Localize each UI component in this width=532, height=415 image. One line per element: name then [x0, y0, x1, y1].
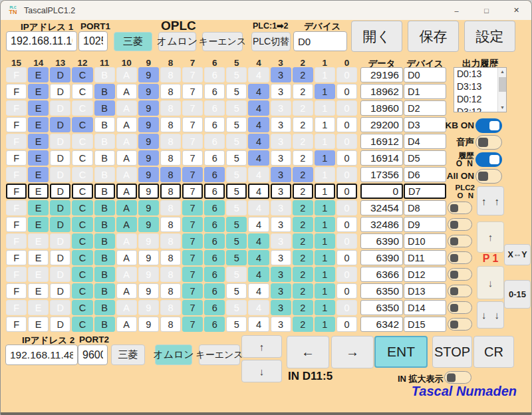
bit-cell[interactable]: 7 [182, 217, 203, 232]
bit-cell[interactable]: 1 [315, 67, 335, 82]
bit-cell[interactable]: B [94, 283, 115, 299]
bit-cell[interactable]: 0 [336, 317, 357, 332]
plc1-omron-button[interactable]: オムロン [158, 32, 196, 51]
bit-cell[interactable]: 9 [138, 300, 159, 315]
bit-cell[interactable]: 5 [226, 150, 247, 166]
bit-cell[interactable]: C [72, 167, 92, 182]
bit-cell[interactable]: 2 [293, 267, 313, 282]
bit-cell[interactable]: 6 [204, 250, 225, 265]
bit-cell[interactable]: E [28, 134, 49, 149]
bit-cell[interactable]: D [50, 267, 70, 282]
bit-cell[interactable]: 4 [248, 67, 269, 82]
bit-cell[interactable]: 6 [204, 300, 225, 315]
bit-cell[interactable]: 5 [226, 317, 247, 332]
data-value-D4[interactable]: 16912 [360, 134, 403, 149]
bit-cell[interactable]: 5 [226, 134, 247, 149]
bit-cell[interactable]: F [6, 283, 27, 299]
bit-cell[interactable]: 2 [293, 300, 313, 315]
bit-cell[interactable]: 2 [293, 317, 313, 332]
bit-cell[interactable]: E [28, 167, 49, 182]
stop-button[interactable]: STOP [432, 336, 472, 368]
ent-button[interactable]: ENT [374, 336, 428, 368]
close-icon[interactable]: ✕ [501, 1, 531, 20]
plc2-row-toggle-D10[interactable] [448, 235, 472, 247]
port1-input[interactable] [78, 31, 108, 51]
bit-cell[interactable]: F [6, 100, 27, 116]
bit-cell[interactable]: 9 [138, 184, 159, 199]
bit-cell[interactable]: 6 [204, 200, 225, 215]
bit-cell[interactable]: 7 [182, 184, 203, 199]
bit-cell[interactable]: B [94, 84, 115, 99]
bit-cell[interactable]: A [116, 233, 137, 249]
bit-cell[interactable]: 6 [204, 217, 225, 232]
bit-cell[interactable]: F [6, 84, 27, 99]
bit-cell[interactable]: C [72, 200, 92, 215]
bit-cell[interactable]: 5 [226, 200, 247, 215]
data-value-D9[interactable]: 32486 [360, 217, 403, 232]
bit-cell[interactable]: 0 [336, 117, 357, 132]
bit-cell[interactable]: 3 [271, 134, 291, 149]
data-value-D15[interactable]: 6342 [360, 317, 403, 332]
ip1-input[interactable] [6, 31, 77, 51]
data-value-D11[interactable]: 6390 [360, 250, 403, 265]
bit-cell[interactable]: 4 [248, 84, 269, 99]
bit-cell[interactable]: 8 [160, 150, 181, 166]
data-value-D12[interactable]: 6366 [360, 267, 403, 282]
bit-cell[interactable]: 6 [204, 134, 225, 149]
data-value-D8[interactable]: 32454 [360, 200, 403, 215]
bit-cell[interactable]: 8 [160, 217, 181, 232]
bit-cell[interactable]: 8 [160, 167, 181, 182]
bit-cell[interactable]: D [50, 84, 70, 99]
bit-cell[interactable]: 2 [293, 134, 313, 149]
bit-cell[interactable]: 3 [271, 200, 291, 215]
cursor-right-button[interactable]: → [331, 336, 374, 368]
device-name-D9[interactable]: D9 [404, 217, 446, 232]
port2-input[interactable] [78, 345, 108, 365]
maximize-icon[interactable]: □ [471, 1, 501, 20]
bit-cell[interactable]: 8 [160, 267, 181, 282]
bit-cell[interactable]: B [94, 100, 115, 116]
bit-cell[interactable]: C [72, 184, 92, 199]
bit-cell[interactable]: 5 [226, 100, 247, 116]
bit-cell[interactable]: E [28, 283, 49, 299]
bit-cell[interactable]: 6 [204, 167, 225, 182]
bit-cell[interactable]: 3 [271, 100, 291, 116]
device-name-D7[interactable]: D7 [404, 184, 446, 199]
bit-cell[interactable]: 0 [336, 67, 357, 82]
bit-cell[interactable]: 6 [204, 100, 225, 116]
bit-cell[interactable]: A [116, 184, 137, 199]
bit-cell[interactable]: 4 [248, 200, 269, 215]
bit-cell[interactable]: A [116, 300, 137, 315]
bit-cell[interactable]: 8 [160, 300, 181, 315]
plc1-keyence-button[interactable]: キーエンス [202, 32, 243, 51]
bit-cell[interactable]: F [6, 300, 27, 315]
scroll-down-icon[interactable]: ▼ [498, 104, 507, 112]
bit-cell[interactable]: 7 [182, 117, 203, 132]
bit-cell[interactable]: B [94, 167, 115, 182]
bit-cell[interactable]: 7 [182, 267, 203, 282]
xy-swap-button[interactable]: X⇔Y [504, 244, 531, 265]
bit-cell[interactable]: B [94, 200, 115, 215]
bit-cell[interactable]: 9 [138, 267, 159, 282]
plc2-row-toggle-D15[interactable] [448, 318, 472, 331]
bit-cell[interactable]: 4 [248, 100, 269, 116]
bit-cell[interactable]: F [6, 250, 27, 265]
device-name-D8[interactable]: D8 [404, 200, 446, 215]
bit-cell[interactable]: F [6, 317, 27, 332]
side-toggle-history-on[interactable] [475, 152, 502, 167]
bit-cell[interactable]: 5 [226, 300, 247, 315]
bit-cell[interactable]: 1 [315, 217, 335, 232]
bit-cell[interactable]: 6 [204, 150, 225, 166]
side-toggle-all-on[interactable] [475, 169, 502, 184]
bit-cell[interactable]: 9 [138, 317, 159, 332]
plc2-keyence-button[interactable]: キーエンス [199, 345, 240, 365]
bit-cell[interactable]: 6 [204, 283, 225, 299]
bit-cell[interactable]: F [6, 117, 27, 132]
bit-cell[interactable]: D [50, 67, 70, 82]
bit-cell[interactable]: 4 [248, 250, 269, 265]
data-value-D13[interactable]: 6350 [360, 283, 403, 299]
bit-cell[interactable]: 3 [271, 250, 291, 265]
bit-cell[interactable]: 2 [293, 67, 313, 82]
bit-cell[interactable]: 3 [271, 117, 291, 132]
bit-cell[interactable]: E [28, 184, 49, 199]
